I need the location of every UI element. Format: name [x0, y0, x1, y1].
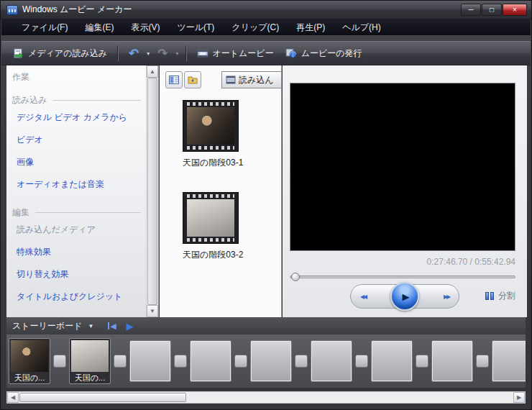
storyboard-empty-cell[interactable] [492, 340, 526, 382]
storyboard-play-button[interactable]: ▶ [127, 321, 134, 332]
tasks-section-import: 読み込み デジタル ビデオ カメラから ビデオ 画像 オーディオまたは音楽 [6, 94, 158, 196]
transition-cell[interactable] [174, 355, 187, 368]
storyboard-empty-cell[interactable] [311, 340, 352, 382]
media-item-label: 天国の階段03-1 [183, 157, 239, 169]
automovie-label: オートムービー [213, 47, 274, 60]
tasks-pane: 作業 読み込み デジタル ビデオ カメラから ビデオ 画像 オーディオまたは音楽… [6, 65, 159, 317]
transition-cell[interactable] [295, 355, 308, 368]
menu-item-tools[interactable]: ツール(T) [168, 19, 223, 36]
task-link-titles-credits[interactable]: タイトルおよびクレジット [6, 286, 158, 308]
rewind-icon: ◀ [110, 322, 116, 331]
tasks-section-header: 編集 [6, 206, 158, 219]
rewind-to-start-button[interactable]: ◀ [108, 322, 116, 331]
seek-track[interactable] [290, 275, 515, 278]
undo-icon: ↶ [129, 47, 139, 60]
menu-item-clip[interactable]: クリップ(C) [223, 19, 288, 36]
media-item-label: 天国の階段03-2 [183, 249, 239, 261]
menu-item-help[interactable]: ヘルプ(H) [334, 19, 390, 36]
storyboard-empty-cell[interactable] [129, 340, 171, 382]
filmstrip-sprockets [187, 102, 234, 106]
close-button[interactable]: × [503, 4, 527, 16]
undo-dropdown-button[interactable]: ▾ [145, 47, 152, 60]
toolbar-separator [185, 45, 187, 61]
automovie-button[interactable]: オートムービー [191, 45, 280, 63]
next-frame-button[interactable]: ▸▸ [444, 291, 449, 301]
clip-thumbnail [71, 340, 109, 372]
thumbnail-view-icon [169, 76, 179, 84]
up-folder-button[interactable] [184, 71, 201, 88]
transition-cell[interactable] [234, 355, 247, 368]
task-link-transitions[interactable]: 切り替え効果 [6, 263, 158, 286]
scrollbar-thumb[interactable] [19, 393, 186, 402]
transition-cell[interactable] [114, 355, 127, 368]
storyboard-empty-cell[interactable] [431, 340, 473, 382]
task-link-effects[interactable]: 特殊効果 [6, 241, 158, 263]
storyboard-empty-cell[interactable] [250, 340, 292, 382]
storyboard-clip[interactable]: 天国の... [9, 338, 50, 384]
menu-item-file[interactable]: ファイル(F) [13, 19, 76, 36]
transition-cell[interactable] [416, 355, 428, 368]
movie-maker-window: Windows ムービー メーカー ─ □ × ファイル(F) 編集(E) 表示… [0, 0, 532, 410]
task-link-videos[interactable]: ビデオ [6, 129, 158, 151]
transition-cell[interactable] [53, 355, 66, 368]
task-link-imported-media[interactable]: 読み込んだメディア [6, 219, 158, 241]
storyboard-clip[interactable]: 天国の... [69, 338, 111, 384]
split-label: 分割 [498, 290, 515, 302]
minimize-button[interactable]: ─ [461, 4, 481, 16]
app-icon [6, 5, 18, 15]
storyboard-empty-cell[interactable] [371, 340, 413, 382]
transition-cell[interactable] [355, 355, 368, 368]
play-button[interactable]: ▶ [390, 282, 419, 311]
section-header-label: 読み込み [12, 94, 47, 106]
menu-item-edit[interactable]: 編集(E) [76, 19, 122, 36]
publish-movie-button[interactable]: ムービーの発行 [280, 45, 368, 63]
publish-movie-icon [285, 48, 297, 58]
media-thumbnail [183, 192, 239, 244]
section-divider [35, 212, 141, 213]
video-frame-image [187, 107, 234, 145]
menu-item-view[interactable]: 表示(V) [122, 19, 168, 36]
seek-thumb[interactable] [291, 273, 300, 281]
maximize-button[interactable]: □ [482, 4, 502, 16]
previous-frame-button[interactable]: ◂◂ [360, 291, 366, 301]
scroll-right-button[interactable]: ▶ [513, 392, 525, 403]
scrollbar-thumb[interactable] [147, 78, 157, 305]
menu-item-play[interactable]: 再生(P) [288, 19, 334, 36]
storyboard-empty-cell[interactable] [190, 340, 231, 382]
media-item[interactable]: 天国の階段03-1 [183, 100, 239, 169]
folder-up-icon [188, 76, 198, 84]
seek-bar [290, 273, 515, 281]
scroll-left-button[interactable]: ◀ [7, 392, 19, 403]
redo-dropdown-button[interactable]: ▾ [173, 47, 180, 60]
transition-cell[interactable] [476, 355, 489, 368]
window-controls: ─ □ × [461, 4, 527, 16]
undo-button[interactable]: ↶ [123, 45, 145, 63]
collection-filter-button[interactable]: 読み込ん [221, 71, 282, 88]
collection-pane: 読み込ん 天国の階段03-1 天国の階段03-2 [160, 65, 282, 317]
collection-filter-label: 読み込ん [239, 74, 274, 86]
menu-bar: ファイル(F) 編集(E) 表示(V) ツール(T) クリップ(C) 再生(P)… [1, 19, 531, 35]
storyboard-title: ストーリーボード [12, 320, 82, 332]
storyboard-strip: 天国の... 天国の... [6, 334, 526, 388]
storyboard-view-dropdown[interactable]: ▼ [85, 321, 96, 332]
publish-movie-label: ムービーの発行 [301, 47, 362, 60]
task-link-from-dv-camera[interactable]: デジタル ビデオ カメラから [6, 106, 158, 129]
filmstrip-sprockets [187, 194, 234, 198]
transport-controls: ◂◂ ▸▸ ▶ [350, 284, 459, 309]
scroll-up-button[interactable]: ▲ [147, 65, 158, 78]
tasks-vertical-scrollbar: ▲ ▼ [146, 65, 158, 317]
storyboard-horizontal-scrollbar: ◀ ▶ [6, 391, 526, 404]
section-header-label: 編集 [12, 206, 29, 219]
import-media-button[interactable]: メディアの読み込み [7, 45, 113, 63]
redo-icon: ↷ [157, 47, 168, 60]
redo-button[interactable]: ↷ [152, 45, 173, 63]
media-item[interactable]: 天国の階段03-2 [183, 192, 239, 261]
automovie-icon [197, 49, 208, 58]
task-link-pictures[interactable]: 画像 [6, 151, 158, 173]
task-link-audio-music[interactable]: オーディオまたは音楽 [6, 173, 158, 196]
window-title: Windows ムービー メーカー [22, 4, 132, 16]
import-media-icon [13, 48, 24, 59]
scroll-down-button[interactable]: ▼ [147, 305, 158, 317]
thumbnail-view-button[interactable] [165, 71, 183, 88]
split-button[interactable]: 分割 [485, 290, 515, 302]
